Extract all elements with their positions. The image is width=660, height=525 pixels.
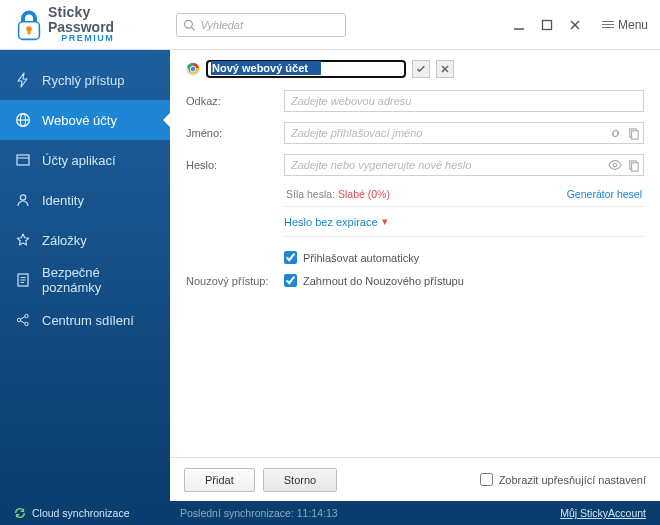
- sidebar-item-bookmarks[interactable]: Záložky: [0, 220, 170, 260]
- globe-icon: [14, 111, 32, 129]
- emergency-section-label: Nouzový přístup:: [186, 275, 276, 287]
- show-advanced-toggle[interactable]: Zobrazit upřesňující nastavení: [480, 473, 646, 486]
- search-box[interactable]: [176, 13, 346, 37]
- cancel-title-button[interactable]: [436, 60, 454, 78]
- sidebar-item-label: Identity: [42, 193, 84, 208]
- sidebar-item-secure-notes[interactable]: Bezpečné poznámky: [0, 260, 170, 300]
- auto-login-checkbox[interactable]: [284, 251, 297, 264]
- window-icon: [14, 151, 32, 169]
- title-bar: Sticky Password PREMIUM Menu: [0, 0, 660, 50]
- close-button[interactable]: [568, 18, 582, 32]
- chrome-icon: [186, 62, 200, 76]
- field-label-name: Jméno:: [186, 127, 276, 139]
- star-icon: [14, 231, 32, 249]
- strength-value: Slabé (0%): [338, 188, 390, 200]
- last-sync: Poslední synchronizace: 11:14:13: [180, 507, 338, 519]
- person-icon: [14, 191, 32, 209]
- search-icon: [183, 18, 195, 32]
- logo-line2: Password: [48, 20, 114, 35]
- form-body: Odkaz: Jméno: Heslo:: [170, 80, 660, 287]
- sidebar-item-label: Bezpečné poznámky: [42, 265, 156, 295]
- svg-point-32: [613, 163, 617, 167]
- sidebar: Rychlý přístup Webové účty Účty aplikací…: [0, 50, 170, 501]
- emergency-include-label: Zahrnout do Nouzového přístupu: [303, 275, 464, 287]
- svg-line-23: [20, 321, 25, 324]
- svg-line-22: [20, 317, 25, 320]
- account-title-input[interactable]: [206, 60, 406, 78]
- sidebar-item-app-accounts[interactable]: Účty aplikací: [0, 140, 170, 180]
- svg-point-14: [20, 195, 25, 200]
- svg-rect-34: [631, 162, 638, 170]
- search-input[interactable]: [200, 19, 339, 31]
- strength-label: Síla hesla:: [286, 188, 335, 200]
- menu-label: Menu: [618, 18, 648, 32]
- bolt-icon: [14, 71, 32, 89]
- maximize-button[interactable]: [540, 18, 554, 32]
- link-icon[interactable]: [608, 126, 622, 140]
- password-strength-row: Síla hesla: Slabé (0%) Generátor hesel: [284, 186, 644, 202]
- svg-rect-12: [17, 155, 29, 165]
- sidebar-item-label: Webové účty: [42, 113, 117, 128]
- copy-password-icon[interactable]: [626, 158, 640, 172]
- svg-rect-31: [631, 130, 638, 138]
- show-advanced-label: Zobrazit upřesňující nastavení: [499, 474, 646, 486]
- field-label-link: Odkaz:: [186, 95, 276, 107]
- sidebar-item-web-accounts[interactable]: Webové účty: [0, 100, 170, 140]
- auto-login-label: Přihlašovat automaticky: [303, 252, 419, 264]
- svg-line-4: [192, 27, 195, 30]
- username-input[interactable]: [284, 122, 644, 144]
- sticky-account-link[interactable]: Můj StickyAccount: [560, 507, 646, 519]
- link-input[interactable]: [284, 90, 644, 112]
- cloud-sync-status[interactable]: Cloud synchronizace: [14, 507, 170, 519]
- sidebar-item-label: Rychlý přístup: [42, 73, 124, 88]
- button-bar: Přidat Storno Zobrazit upřesňující nasta…: [170, 457, 660, 501]
- confirm-title-button[interactable]: [412, 60, 430, 78]
- sidebar-item-sharing-center[interactable]: Centrum sdílení: [0, 300, 170, 340]
- svg-point-3: [185, 20, 193, 28]
- password-expiry-dropdown[interactable]: Heslo bez expirace ▾: [284, 211, 644, 232]
- window-controls: Menu: [512, 18, 652, 32]
- sidebar-item-quick-access[interactable]: Rychlý přístup: [0, 60, 170, 100]
- sidebar-item-label: Centrum sdílení: [42, 313, 134, 328]
- hamburger-icon: [602, 21, 614, 28]
- logo-line1: Sticky: [48, 5, 114, 20]
- caret-down-icon: ▾: [382, 215, 388, 228]
- emergency-include-checkbox[interactable]: [284, 274, 297, 287]
- svg-point-21: [25, 322, 28, 325]
- svg-rect-2: [28, 29, 31, 34]
- note-icon: [14, 271, 32, 289]
- sidebar-item-label: Účty aplikací: [42, 153, 116, 168]
- sidebar-item-identities[interactable]: Identity: [0, 180, 170, 220]
- password-generator-link[interactable]: Generátor hesel: [567, 188, 642, 200]
- main-panel: Odkaz: Jméno: Heslo:: [170, 50, 660, 501]
- lock-logo-icon: [16, 9, 42, 41]
- field-label-password: Heslo:: [186, 159, 276, 171]
- cancel-button[interactable]: Storno: [263, 468, 337, 492]
- logo-edition: PREMIUM: [48, 34, 114, 43]
- share-icon: [14, 311, 32, 329]
- app-logo: Sticky Password PREMIUM: [16, 5, 170, 44]
- add-button[interactable]: Přidat: [184, 468, 255, 492]
- svg-rect-6: [542, 20, 551, 29]
- sidebar-item-label: Záložky: [42, 233, 87, 248]
- minimize-button[interactable]: [512, 18, 526, 32]
- password-input[interactable]: [284, 154, 644, 176]
- svg-point-20: [25, 314, 28, 317]
- expire-label: Heslo bez expirace: [284, 216, 378, 228]
- show-advanced-checkbox[interactable]: [480, 473, 493, 486]
- copy-icon[interactable]: [626, 126, 640, 140]
- eye-icon[interactable]: [608, 158, 622, 172]
- cloud-sync-label: Cloud synchronizace: [32, 507, 129, 519]
- sync-icon: [14, 507, 26, 519]
- status-bar: Cloud synchronizace Poslední synchroniza…: [0, 501, 660, 525]
- menu-button[interactable]: Menu: [602, 18, 648, 32]
- form-header: [170, 50, 660, 80]
